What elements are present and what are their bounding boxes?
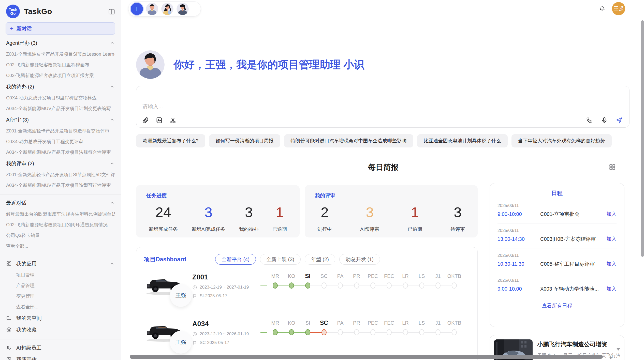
milestone-dot-todo xyxy=(370,329,375,335)
plus-icon: + xyxy=(10,25,13,32)
suggestion-chip[interactable]: 当下年轻人对汽车外观有怎样的喜好趋势 xyxy=(511,134,612,147)
suggestion-chip[interactable]: 欧洲新规最近颁布了什么? xyxy=(136,134,205,147)
notification-bell-icon[interactable] xyxy=(599,6,605,12)
milestone-dot-done xyxy=(273,282,278,289)
milestone-dot-todo xyxy=(435,329,441,335)
new-chat-button[interactable]: + 新对话 xyxy=(6,22,115,35)
project-row[interactable]: 王强 A034 2023-12-19 ~ 2026-01-19 xyxy=(144,318,470,358)
help-me-write[interactable]: 帮我写作 xyxy=(6,354,115,360)
my-favorites[interactable]: 我的收藏 xyxy=(6,324,115,336)
milestone: LS xyxy=(414,319,430,358)
scroll-right-arrow-icon[interactable] xyxy=(610,356,612,359)
list-item[interactable]: C0X4-动力总成开发项目工程变更评审 xyxy=(6,136,115,147)
stat: 1 已逾期 xyxy=(408,203,422,233)
tab-model-year[interactable]: 年型 (2) xyxy=(305,254,335,265)
list-item[interactable]: Z001-全新燃油皮卡产品开发项目SI节点Lesson Learn报告 xyxy=(6,49,115,59)
milestone-dot-overdue xyxy=(321,329,327,335)
chevron-up-icon[interactable] xyxy=(110,161,115,166)
vertical-scrollbar[interactable] xyxy=(641,20,644,257)
main-area: + xyxy=(121,0,644,360)
tab-powertrain[interactable]: 动总开发 (1) xyxy=(339,254,380,265)
milestone: PR xyxy=(348,319,365,358)
schedule-time: 9:00-10:00 xyxy=(497,286,540,292)
milestone: KO xyxy=(283,319,300,358)
schedule-date: 2025/03/11 xyxy=(497,253,617,258)
add-member-button[interactable]: + xyxy=(131,3,143,15)
chat-input-box[interactable]: 请输入... xyxy=(136,86,630,128)
apps-grid-icon xyxy=(6,261,12,266)
join-link[interactable]: 加入 xyxy=(606,236,617,243)
list-item[interactable]: 公司Q3轻卡销量 xyxy=(6,230,115,241)
list-item[interactable]: C02-飞腾新能源轻客改款项目的闭环通告反馈情况 xyxy=(6,219,115,230)
image-icon[interactable] xyxy=(156,117,163,124)
milestone: FEC xyxy=(381,272,397,311)
chevron-up-icon[interactable] xyxy=(110,117,115,122)
section-my-review[interactable]: 我的评审 (2) xyxy=(6,158,115,169)
suggestion-chip[interactable]: 如何写一份清晰的项目周报 xyxy=(209,134,280,147)
milestone: J1 xyxy=(430,272,446,311)
sidebar-header: Task Go TaskGo xyxy=(0,4,121,19)
list-item[interactable]: A034-全新新能源MUV产品开发项目计划变更表编写 xyxy=(6,103,115,114)
section-my-todo[interactable]: 我的待办 (2) xyxy=(6,81,115,93)
view-all-chats-link[interactable]: 查看全部... xyxy=(6,241,115,251)
teammate-avatar[interactable] xyxy=(146,3,158,15)
list-item[interactable]: A034-全新新能源MUV产品开发项目造型可行性评审 xyxy=(6,180,115,191)
chevron-up-icon[interactable] xyxy=(110,40,115,46)
list-item[interactable]: C02-飞腾新能源轻客改款项目立项汇报方案 xyxy=(6,70,115,81)
user-avatar[interactable]: 王强 xyxy=(612,2,625,15)
view-all-apps-link[interactable]: 查看全部... xyxy=(6,302,115,312)
attachment-icon[interactable] xyxy=(142,117,149,124)
suggestion-chip[interactable]: 比亚迪全固态电池计划具体说了什么 xyxy=(417,134,508,147)
section-agent-done[interactable]: Agent已办 (3) xyxy=(6,37,115,49)
tab-upfit[interactable]: 全新上装 (3) xyxy=(260,254,301,265)
milestone-dot-todo xyxy=(452,282,457,289)
chevron-up-icon[interactable] xyxy=(110,261,115,266)
tab-platform[interactable]: 全新平台 (4) xyxy=(215,254,256,265)
app-item[interactable]: 产品管理 xyxy=(6,280,115,291)
list-item[interactable]: A034-全新新能源MUV产品开发项目法规符合性评审 xyxy=(6,147,115,158)
join-link[interactable]: 加入 xyxy=(606,261,617,267)
milestone: LS xyxy=(414,272,430,311)
send-icon[interactable] xyxy=(616,117,623,124)
schedule-card: 日程 2025/03/11 9:00-10:00 C001-立项审批会 加入 2… xyxy=(490,183,624,327)
join-link[interactable]: 加入 xyxy=(606,286,617,292)
layout-grid-icon[interactable] xyxy=(609,164,616,170)
scissors-icon[interactable] xyxy=(169,117,177,124)
microphone-icon[interactable] xyxy=(601,117,608,124)
project-dates: 2023-12-19 ~ 2027-01-19 xyxy=(192,285,260,290)
teammate-avatar[interactable] xyxy=(161,3,173,15)
my-apps-header[interactable]: 我的应用 xyxy=(6,258,115,269)
list-item[interactable]: C02-飞腾新能源轻客改款项目里程碑画布 xyxy=(6,59,115,70)
milestone-dot-todo xyxy=(370,282,375,289)
list-item[interactable]: Z001-全新燃油轻卡产品开发项目SI节点属性5D文件评审 xyxy=(6,169,115,180)
section-recent-chats[interactable]: 最近对话 xyxy=(6,197,115,209)
milestone: J1 xyxy=(430,319,446,358)
my-cloud-space[interactable]: 我的云空间 xyxy=(6,312,115,324)
chevron-up-icon[interactable] xyxy=(110,84,115,89)
stat: 1 已逾期 xyxy=(272,203,287,233)
project-dashboard-card: 项目Dashboard 全新平台 (4) 全新上装 (3) 年型 (2) 动总开… xyxy=(136,247,478,360)
ai-super-staff[interactable]: AI超级员工 xyxy=(6,342,115,354)
join-link[interactable]: 加入 xyxy=(606,211,617,218)
scroll-down-arrow-icon[interactable] xyxy=(616,348,620,351)
list-item[interactable]: Z001-全新燃油轻卡产品开发项目SI造型提交物评审 xyxy=(6,126,115,136)
list-item[interactable]: C0X4-动力总成开发项目SI里程碑提交物检查 xyxy=(6,93,115,103)
collapse-sidebar-icon[interactable] xyxy=(108,8,115,15)
milestone: PA xyxy=(332,272,348,311)
milestone: LR xyxy=(397,319,414,358)
project-row[interactable]: 王强 Z001 2023-12-19 ~ 2027-01-19 xyxy=(144,271,470,311)
list-item[interactable]: 解释最新出台的欧盟报废车法规再生塑料比例被调至15%... xyxy=(6,209,115,219)
section-ai-review[interactable]: AI评审 (3) xyxy=(6,114,115,126)
phone-icon[interactable] xyxy=(586,117,593,124)
app-item[interactable]: 项目管理 xyxy=(6,269,115,280)
horizontal-scrollbar[interactable] xyxy=(130,355,603,359)
chevron-up-icon[interactable] xyxy=(110,200,115,205)
stat: 24 新增完成任务 xyxy=(149,203,178,233)
view-all-schedule-link[interactable]: 查看所有日程 xyxy=(497,302,617,309)
schedule-name: C005-整车工程目标评审 xyxy=(540,261,606,267)
suggestion-chip[interactable]: 特朗普可能对进口汽车增税会对中国车企造成哪些影响 xyxy=(284,134,413,147)
app-item[interactable]: 变更管理 xyxy=(6,291,115,302)
teammate-avatar[interactable] xyxy=(177,3,189,15)
daily-brief-title: 每日简报 xyxy=(136,162,631,173)
schedule-title: 日程 xyxy=(497,189,617,197)
